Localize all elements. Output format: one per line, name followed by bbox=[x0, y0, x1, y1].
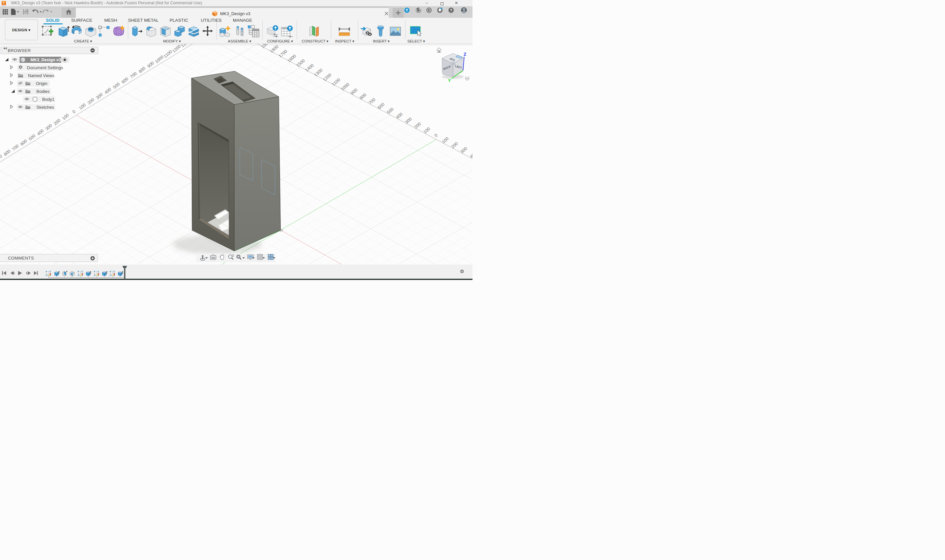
svg-text:Origin: Origin bbox=[36, 81, 48, 86]
svg-text:Z: Z bbox=[463, 52, 466, 57]
svg-text:Named Views: Named Views bbox=[28, 73, 54, 78]
svg-text:Y: Y bbox=[448, 78, 451, 83]
svg-text:Bodies: Bodies bbox=[37, 89, 50, 94]
svg-text:?: ? bbox=[450, 8, 452, 12]
svg-text:Document Settings: Document Settings bbox=[27, 65, 63, 70]
svg-text:Body1: Body1 bbox=[42, 97, 54, 102]
svg-text:MK3_Design v3: MK3_Design v3 bbox=[220, 11, 251, 16]
svg-text:MK3_Design v3: MK3_Design v3 bbox=[31, 58, 61, 62]
svg-text:Sketches: Sketches bbox=[37, 105, 54, 110]
